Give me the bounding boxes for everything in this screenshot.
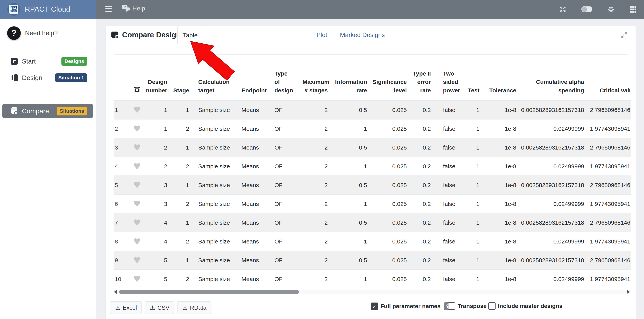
include-master-designs-checkbox[interactable]: Include master designs [488, 302, 562, 310]
checkbox-unchecked-icon[interactable] [488, 302, 496, 310]
cell-significance_level: 0.025 [367, 213, 407, 232]
scroll-right-icon[interactable] [627, 290, 630, 294]
sidebar-item-design[interactable]: Design Situation 1 [2, 71, 93, 84]
col-header-stage: Stage [167, 56, 189, 100]
heart-icon[interactable]: ♥ [133, 124, 141, 134]
col-header-two_sided_power: Two-sided power [431, 56, 466, 100]
expand-panel-icon[interactable] [620, 31, 628, 39]
cell-maximum_stages: 2 [302, 138, 328, 157]
full-parameter-names-checkbox[interactable]: ✓ Full parameter names ? [371, 302, 451, 310]
cell-stage: 2 [167, 194, 189, 213]
heart-icon[interactable]: ♥ [133, 218, 141, 228]
designs-table: Design numberStageCalculation targetEndp… [114, 56, 631, 288]
cell-stage: 2 [167, 232, 189, 251]
cell-significance_level: 0.025 [367, 194, 407, 213]
cell-type_ii_error_rate: 0.2 [407, 270, 431, 288]
rdata-button[interactable]: RData [177, 301, 212, 314]
cell-marked[interactable]: ♥ [129, 251, 145, 270]
checkbox-checked-icon[interactable]: ✓ [371, 303, 378, 310]
cell-marked[interactable]: ♥ [129, 213, 145, 232]
cell-marked[interactable]: ♥ [129, 157, 145, 176]
col-header-type_ii_error_rate: Type II error rate [407, 56, 431, 100]
situation-badge: Situation 1 [55, 73, 87, 82]
tab-marked-designs[interactable]: Marked Designs [340, 26, 385, 44]
rpact-logo-icon: R PACT Cloud [7, 3, 20, 16]
cell-critical_value: 2.79650968146 [584, 138, 631, 157]
sidebar-toggle-icon[interactable] [105, 6, 112, 12]
cell-design_number: 3 [145, 176, 167, 194]
cell-marked[interactable]: ♥ [129, 270, 145, 288]
excel-button[interactable]: Excel [110, 301, 142, 314]
col-header-calculation_target: Calculation target [189, 56, 238, 100]
cell-calculation_target: Sample size [189, 270, 238, 288]
brightness-icon[interactable] [607, 5, 615, 13]
col-header-test: Test [466, 56, 480, 100]
cell-marked[interactable]: ♥ [129, 232, 145, 251]
theme-toggle[interactable] [582, 6, 592, 12]
heart-icon[interactable]: ♥ [133, 105, 141, 115]
cell-row_index: 3 [114, 138, 129, 157]
cell-design_number: 4 [145, 213, 167, 232]
heart-icon[interactable]: ♥ [133, 161, 141, 171]
cell-calculation_target: Sample size [189, 213, 238, 232]
situations-badge: Situations [56, 107, 87, 115]
cell-type_of_design: OF [272, 176, 302, 194]
cell-marked[interactable]: ♥ [129, 100, 145, 119]
topbar: ? Help [96, 0, 644, 18]
cell-information_rate: 0.5 [328, 100, 367, 119]
cell-endpoint: Means [238, 176, 272, 194]
cell-design_number: 5 [145, 251, 167, 270]
cell-tolerance: 1e-8 [480, 157, 516, 176]
cell-test: 1 [466, 194, 480, 213]
cell-cumulative_alpha_spending: 0.02499999 [516, 270, 584, 288]
tab-table[interactable]: Table [177, 26, 203, 44]
heart-icon[interactable]: ♥ [133, 143, 141, 152]
horizontal-scrollbar[interactable] [114, 290, 631, 294]
tab-plot[interactable]: Plot [316, 26, 327, 44]
table-row: 1♥11Sample sizeMeansOF20.50.0250.2false1… [114, 100, 631, 119]
design-icon [11, 74, 18, 81]
transpose-checkbox[interactable]: Transpose [448, 302, 487, 310]
cell-two_sided_power: false [431, 270, 466, 288]
cell-critical_value: 1.97743095941 [584, 157, 631, 176]
question-mark-icon: ? [7, 26, 21, 40]
cell-marked[interactable]: ♥ [129, 119, 145, 138]
col-header-information_rate: Information rate [328, 56, 367, 100]
scroll-left-icon[interactable] [114, 290, 117, 294]
heart-icon[interactable]: ♥ [133, 180, 141, 190]
scrollbar-thumb[interactable] [119, 290, 299, 294]
heart-icon[interactable]: ♥ [133, 199, 141, 209]
cell-marked[interactable]: ♥ [129, 194, 145, 213]
cell-marked[interactable]: ♥ [129, 176, 145, 194]
cell-cumulative_alpha_spending: 0.02499999 [516, 194, 584, 213]
page-title: Compare Designs [122, 31, 185, 39]
cell-row_index: 9 [114, 251, 129, 270]
sidebar-item-start[interactable]: Start Designs [2, 55, 93, 67]
heart-icon[interactable]: ♥ [133, 255, 141, 265]
csv-button[interactable]: CSV [144, 301, 174, 314]
heart-icon[interactable]: ♥ [133, 274, 141, 284]
cell-cumulative_alpha_spending: 0.02499999 [516, 157, 584, 176]
cell-significance_level: 0.025 [367, 232, 407, 251]
fullscreen-icon[interactable] [559, 6, 566, 13]
cell-critical_value: 1.97743095941 [584, 232, 631, 251]
cell-calculation_target: Sample size [189, 138, 238, 157]
checkbox-unchecked-icon[interactable] [448, 302, 455, 310]
cell-test: 1 [466, 232, 480, 251]
panel-divider [114, 54, 628, 55]
cell-information_rate: 0.5 [328, 213, 367, 232]
cell-information_rate: 0.5 [328, 176, 367, 194]
cell-maximum_stages: 2 [302, 119, 328, 138]
need-help-link[interactable]: ? Need help? [7, 26, 58, 40]
cell-marked[interactable]: ♥ [129, 138, 145, 157]
cell-cumulative_alpha_spending: 0.02499999 [516, 232, 584, 251]
heart-icon[interactable]: ♥ [133, 237, 141, 246]
apps-grid-icon[interactable] [630, 6, 636, 12]
col-header-marked [129, 56, 145, 100]
sidebar-item-compare[interactable]: Compare Situations [2, 104, 93, 118]
cell-two_sided_power: false [431, 194, 466, 213]
cell-row_index: 8 [114, 232, 129, 251]
cell-two_sided_power: false [431, 232, 466, 251]
cell-test: 1 [466, 251, 480, 270]
help-button[interactable]: ? Help [122, 5, 145, 12]
